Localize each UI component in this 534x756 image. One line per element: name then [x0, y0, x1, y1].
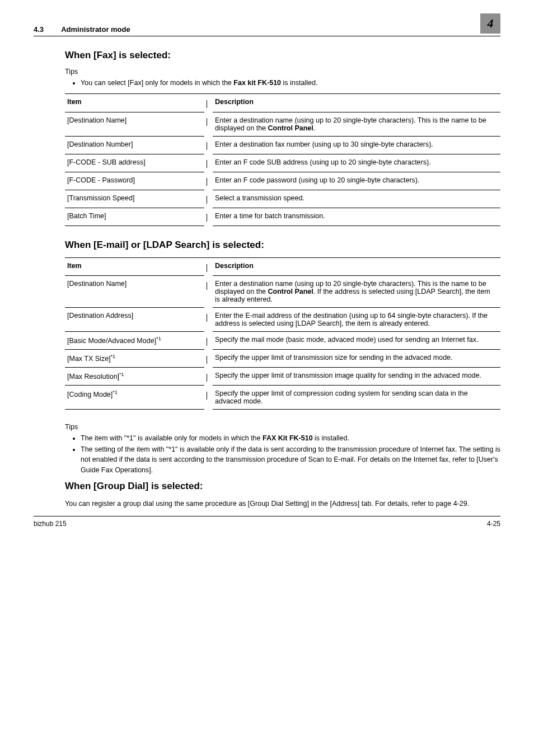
fax-th-item: Item — [65, 94, 204, 112]
email-table-desc-cell: Specify the upper limit of transmission … — [213, 350, 500, 368]
email-tip1-bold: FAX Kit FK-510 — [263, 434, 313, 442]
email-tip1-pre: The item with "*1" is available only for… — [81, 434, 263, 442]
email-table-row: [Basic Mode/Advaced Mode]*1Specify the m… — [65, 332, 500, 350]
email-table-item-cell: [Destination Address] — [65, 308, 204, 332]
email-table-item-cell: [Coding Mode]*1 — [65, 386, 204, 410]
email-table-desc-cell: Enter the E-mail address of the destinat… — [213, 308, 500, 332]
email-table-desc-cell: Specify the upper limit of transmission … — [213, 368, 500, 386]
fax-table-desc-cell: Select a transmission speed. — [213, 190, 500, 208]
email-th-desc: Description — [213, 257, 500, 276]
tips-label: Tips — [65, 68, 500, 76]
fax-table-desc-cell: Enter an F code password (using up to 20… — [213, 172, 500, 190]
fax-tips-list: You can select [Fax] only for models in … — [65, 78, 500, 88]
fax-table-item-cell: [Transmission Speed] — [65, 190, 204, 208]
fax-tip-bold: Fax kit FK-510 — [233, 79, 281, 87]
email-table-row: [Max TX Size]*1Specify the upper limit o… — [65, 350, 500, 368]
fax-tip: You can select [Fax] only for models in … — [81, 78, 500, 88]
fax-th-desc: Description — [213, 94, 500, 112]
chapter-badge: 4 — [480, 13, 500, 34]
email-table-item-cell: [Max Resolution]*1 — [65, 368, 204, 386]
fax-table-desc-cell: Enter an F code SUB address (using up to… — [213, 154, 500, 172]
footnote-marker: *1 — [156, 336, 161, 341]
section-number: 4.3 — [34, 25, 44, 34]
group-heading: When [Group Dial] is selected: — [65, 481, 500, 492]
fax-table-item-cell: [Batch Time] — [65, 208, 204, 226]
email-table-item-cell: [Destination Name] — [65, 276, 204, 308]
fax-table-item-cell: [Destination Number] — [65, 136, 204, 154]
email-table-item-cell: [Max TX Size]*1 — [65, 350, 204, 368]
page-footer: bizhub 215 4-25 — [34, 516, 500, 528]
fax-tip-pre: You can select [Fax] only for models in … — [81, 79, 233, 87]
fax-table: Item Description [Destination Name]Enter… — [65, 93, 500, 226]
section-title: Administrator mode — [61, 25, 130, 34]
email-tips-list: The item with "*1" is available only for… — [65, 433, 500, 475]
fax-table-desc-cell: Enter a destination fax number (using up… — [213, 136, 500, 154]
email-table-item-cell: [Basic Mode/Advaced Mode]*1 — [65, 332, 204, 350]
fax-table-row: [Transmission Speed]Select a transmissio… — [65, 190, 500, 208]
fax-heading: When [Fax] is selected: — [65, 50, 500, 61]
email-th-item: Item — [65, 257, 204, 276]
email-table-row: [Coding Mode]*1Specify the upper limit o… — [65, 386, 500, 410]
fax-table-desc-cell: Enter a time for batch transmission. — [213, 208, 500, 226]
footnote-marker: *1 — [119, 372, 124, 377]
footnote-marker: *1 — [113, 389, 118, 395]
email-table-row: [Destination Address]Enter the E-mail ad… — [65, 308, 500, 332]
fax-table-item-cell: [F-CODE - Password] — [65, 172, 204, 190]
email-table-row: [Max Resolution]*1Specify the upper limi… — [65, 368, 500, 386]
fax-table-row: [Batch Time]Enter a time for batch trans… — [65, 208, 500, 226]
fax-table-desc-cell: Enter a destination name (using up to 20… — [213, 112, 500, 136]
fax-table-row: [F-CODE - Password]Enter an F code passw… — [65, 172, 500, 190]
email-tip-1: The item with "*1" is available only for… — [81, 433, 500, 443]
email-tips-label: Tips — [65, 423, 500, 431]
email-table-desc-cell: Specify the upper limit of compression c… — [213, 386, 500, 410]
footer-left: bizhub 215 — [34, 520, 67, 528]
email-table-desc-cell: Specify the mail mode (basic mode, advac… — [213, 332, 500, 350]
page-header: 4.3 Administrator mode 4 — [34, 0, 500, 34]
email-tip-2: The setting of the item with "*1" is ava… — [81, 444, 500, 475]
email-heading: When [E-mail] or [LDAP Search] is select… — [65, 240, 500, 251]
chapter-number: 4 — [488, 16, 494, 31]
email-table-row: [Destination Name]Enter a destination na… — [65, 276, 500, 308]
email-table: Item Description [Destination Name]Enter… — [65, 257, 500, 410]
section-heading-left: 4.3 Administrator mode — [34, 25, 130, 34]
footnote-marker: *1 — [111, 354, 116, 359]
fax-table-row: [Destination Number]Enter a destination … — [65, 136, 500, 154]
fax-table-item-cell: [Destination Name] — [65, 112, 204, 136]
email-tip1-post: is installed. — [313, 434, 349, 442]
fax-tip-suf: is installed. — [281, 79, 317, 87]
footer-right: 4-25 — [487, 520, 500, 528]
group-body: You can register a group dial using the … — [65, 499, 500, 509]
fax-table-row: [F-CODE - SUB address]Enter an F code SU… — [65, 154, 500, 172]
fax-table-row: [Destination Name]Enter a destination na… — [65, 112, 500, 136]
fax-table-item-cell: [F-CODE - SUB address] — [65, 154, 204, 172]
email-table-desc-cell: Enter a destination name (using up to 20… — [213, 276, 500, 308]
